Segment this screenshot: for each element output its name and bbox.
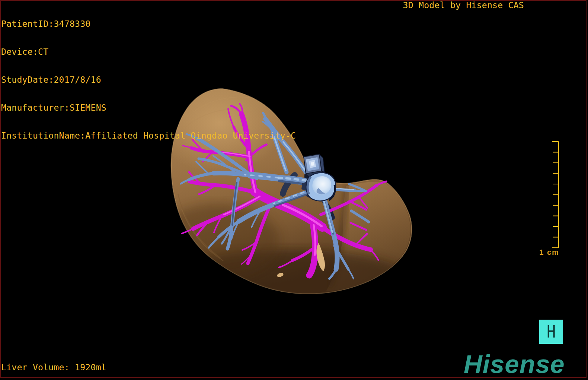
patient-id-text: PatientID:3478330 [1, 19, 296, 29]
scale-ruler [540, 137, 563, 253]
scale-ruler-label: 1 cm [535, 248, 563, 257]
h-badge-glyph: H [547, 324, 556, 340]
hisense-h-badge-icon: H [539, 320, 563, 344]
institution-text: InstitutionName:Affiliated Hospital Qing… [1, 131, 296, 140]
hisense-logo: Hisense [464, 349, 565, 379]
patient-info-overlay: PatientID:3478330 Device:CT StudyDate:20… [1, 1, 296, 159]
manufacturer-text: Manufacturer:SIEMENS [1, 103, 296, 113]
liver-volume-label: Liver Volume: 1920ml [1, 363, 106, 372]
device-text: Device:CT [1, 47, 296, 57]
viewer-canvas[interactable]: PatientID:3478330 Device:CT StudyDate:20… [0, 0, 588, 380]
study-date-text: StudyDate:2017/8/16 [1, 75, 296, 85]
watermark-title: 3D Model by Hisense CAS [403, 1, 524, 10]
